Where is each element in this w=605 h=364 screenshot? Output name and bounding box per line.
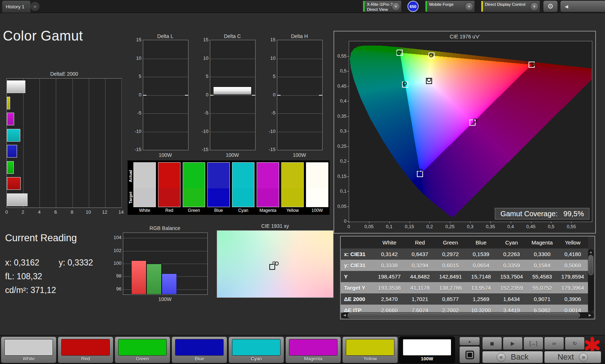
table-row--e-2000[interactable]: ΔE 20002,54701,70210,85771,25691,64340,9… bbox=[341, 293, 588, 305]
x-tick-label: 0 bbox=[3, 209, 10, 215]
patch-button-red[interactable]: Red bbox=[58, 336, 113, 363]
bar-red bbox=[131, 260, 146, 294]
x-axis-label: 100W bbox=[143, 152, 188, 158]
column-header-white: White bbox=[374, 237, 405, 248]
zero-tick bbox=[143, 95, 146, 96]
x-tick-mark bbox=[450, 222, 450, 223]
y-tick-label: 10 bbox=[133, 55, 141, 61]
y-tick-mark bbox=[347, 206, 349, 207]
x-tick-label: 12 bbox=[101, 209, 108, 215]
meter-line2: Direct View bbox=[367, 7, 388, 12]
collapse-panel-button[interactable]: ◀ bbox=[560, 0, 605, 12]
table-horizontal-scrollbar[interactable]: ◀▶ bbox=[341, 312, 594, 318]
cell-value: 6,5082 bbox=[527, 305, 557, 313]
gridline bbox=[277, 95, 322, 96]
chevron-down-icon[interactable]: ▼ bbox=[391, 2, 400, 11]
swatch-label: Green bbox=[182, 208, 206, 213]
display-dropdown-label: Direct Display Control bbox=[485, 2, 525, 7]
page-title: Color Gamut bbox=[3, 28, 83, 44]
x-label: x: bbox=[5, 258, 12, 267]
datapoint-up-button[interactable]: ▲ bbox=[459, 337, 480, 346]
chevron-down-icon[interactable]: ▼ bbox=[530, 2, 539, 11]
x-tick-label: 4 bbox=[36, 209, 43, 215]
patch-button-100w[interactable]: 100W bbox=[399, 336, 455, 363]
cell-value: 0,3142 bbox=[374, 248, 405, 260]
cell-value: 0,8577 bbox=[435, 293, 466, 305]
gridline bbox=[210, 95, 255, 96]
table-row-y[interactable]: Y198,457744,8482142,849115,7148153,75045… bbox=[341, 271, 588, 282]
horizontal-scroll-thumb[interactable] bbox=[348, 313, 580, 318]
patch-button-magenta[interactable]: Magenta bbox=[285, 336, 341, 363]
vertical-scroll-thumb[interactable] bbox=[588, 255, 593, 275]
y-tick-label: 10 bbox=[267, 55, 275, 61]
cell-value: 138,2786 bbox=[435, 282, 466, 293]
rgb-balance-chart: RGB Balance1041021009896100W bbox=[111, 225, 208, 303]
next-button[interactable]: Next» bbox=[544, 351, 601, 363]
back-button[interactable]: «Back bbox=[482, 351, 543, 363]
display-status-stripe bbox=[481, 1, 483, 12]
gridline bbox=[143, 132, 188, 132]
scroll-right-arrow[interactable]: ▶ bbox=[589, 314, 591, 317]
y-tick-mark bbox=[347, 71, 349, 71]
cell-value: 41,1178 bbox=[405, 282, 435, 293]
y-tick-label: -5 bbox=[200, 110, 208, 116]
chevron-double-right-icon: » bbox=[579, 353, 588, 362]
scroll-left-arrow[interactable]: ◀ bbox=[343, 314, 346, 317]
table-scroll-area: WhiteRedGreenBlueCyanMagentaYellowx: CIE… bbox=[341, 237, 588, 313]
history-tab[interactable]: History 1 bbox=[2, 1, 30, 13]
next-label: Next bbox=[558, 352, 574, 362]
table-row-target-y[interactable]: Target Y193,353841,1178138,278613,957415… bbox=[341, 282, 588, 293]
add-tab-button[interactable]: + bbox=[30, 2, 40, 11]
y-tick-label: -15 bbox=[267, 147, 275, 152]
gridline bbox=[210, 77, 255, 77]
y-tick-label: 0,15 bbox=[335, 173, 347, 179]
actual-swatch bbox=[158, 163, 180, 188]
plot-area bbox=[123, 233, 208, 295]
measure-button[interactable] bbox=[459, 346, 480, 363]
refresh-button[interactable]: ↻ bbox=[565, 337, 585, 350]
table-corner-cell bbox=[341, 237, 374, 248]
bar-green bbox=[7, 161, 14, 174]
range-button[interactable]: [↔] bbox=[523, 337, 543, 350]
zero-tick bbox=[252, 95, 255, 96]
x-tick-label: 0 bbox=[342, 224, 355, 229]
cie-horseshoe-canvas bbox=[349, 41, 592, 222]
x-axis-label: 100W bbox=[277, 152, 322, 158]
display-control-dropdown[interactable]: Direct Display Control ▼ bbox=[481, 0, 540, 12]
current-reading-fl: fL: 108,32 bbox=[5, 272, 42, 281]
patch-swatch bbox=[175, 339, 224, 356]
patch-button-green[interactable]: Green bbox=[115, 336, 170, 363]
loop-button[interactable]: ∞ bbox=[544, 337, 564, 350]
stop-button[interactable]: ◼ bbox=[482, 337, 502, 350]
swatch-label: White bbox=[133, 208, 156, 213]
calibration-app-window: History 1 + X-Rite i1Pro 3 Direct View ▼… bbox=[0, 0, 605, 364]
top-bar: History 1 + X-Rite i1Pro 3 Direct View ▼… bbox=[0, 0, 605, 13]
cell-value: 0,6437 bbox=[405, 248, 435, 260]
cell-value: 0,3300 bbox=[527, 248, 557, 260]
table-row-x-cie31[interactable]: x: CIE310,31420,64370,29720,15390,22630,… bbox=[341, 248, 588, 260]
table-row-y-cie31[interactable]: y: CIE310,33380,32940,60150,06540,33590,… bbox=[341, 260, 588, 271]
y-tick-label: 0,55 bbox=[335, 53, 347, 59]
zero-tick bbox=[319, 95, 322, 96]
patch-swatch bbox=[4, 339, 53, 356]
cie1976-plot bbox=[349, 41, 592, 222]
table-row--e-itp[interactable]: ΔE ITP2,66607,60742,700210,32003,44196,5… bbox=[341, 305, 588, 313]
table-vertical-scrollbar[interactable]: ▲ bbox=[588, 249, 594, 312]
patch-button-cyan[interactable]: Cyan bbox=[228, 336, 284, 363]
workflow-dropdown[interactable]: Mobile Forge ▼ bbox=[425, 0, 475, 12]
meter-dropdown[interactable]: X-Rite i1Pro 3 Direct View ▼ bbox=[362, 0, 402, 12]
patch-swatch bbox=[118, 339, 167, 356]
patch-button-yellow[interactable]: Yellow bbox=[342, 336, 398, 363]
patch-button-blue[interactable]: Blue bbox=[171, 336, 227, 363]
y-tick-mark bbox=[347, 146, 349, 147]
patch-button-white[interactable]: White bbox=[1, 336, 57, 363]
play-button[interactable]: ▶ bbox=[503, 337, 523, 350]
chevron-down-icon[interactable]: ▼ bbox=[465, 2, 473, 11]
settings-button[interactable]: ⚙ bbox=[543, 0, 558, 12]
column-header-cyan: Cyan bbox=[496, 237, 527, 248]
scroll-up-arrow[interactable]: ▲ bbox=[588, 251, 594, 254]
y-tick-label: 0 bbox=[200, 92, 208, 97]
x-tick-mark bbox=[511, 222, 511, 223]
x-tick-label: 0,45 bbox=[525, 224, 538, 229]
y-tick-label: 0,35 bbox=[335, 113, 347, 119]
